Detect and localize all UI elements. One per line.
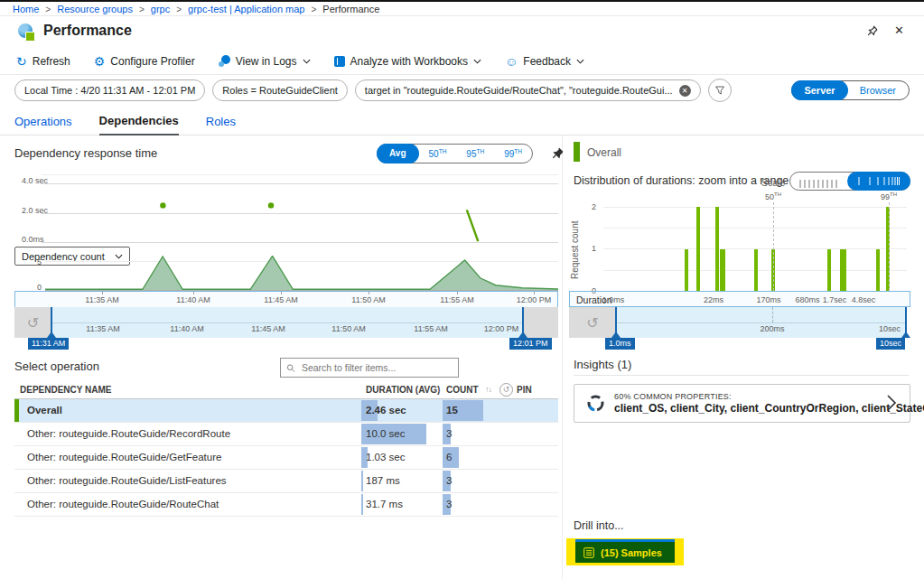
- chevron-down-icon: [473, 59, 481, 64]
- search-input[interactable]: [300, 361, 453, 374]
- count-value: 6: [446, 452, 452, 462]
- column-header-dependency-name[interactable]: DEPENDENCY NAME: [20, 385, 112, 395]
- count-value: 3: [446, 475, 452, 486]
- brush-unselected-range[interactable]: [524, 307, 558, 338]
- refresh-icon: ↻: [16, 55, 27, 68]
- workbook-icon: [334, 56, 345, 67]
- table-header-row: DEPENDENCY NAME DURATION (AVG) ↑↓ COUNT …: [14, 382, 558, 399]
- chevron-down-icon: [576, 59, 584, 64]
- breadcrumb-application-map[interactable]: grpc-test | Application map: [188, 4, 304, 14]
- logs-icon: [219, 55, 230, 67]
- configure-profiler-button[interactable]: ⚙ Configure Profiler: [94, 55, 195, 68]
- gear-icon: ⚙: [94, 55, 106, 68]
- linear-scale-icon[interactable]: [798, 176, 838, 192]
- insights-heading: Insights (1): [574, 358, 631, 371]
- brush-axis-line: [616, 322, 907, 323]
- dependency-name: Other: routeguide.RouteGuide/ListFeature…: [27, 475, 227, 486]
- breadcrumb-current-page: Performance: [322, 4, 379, 14]
- time-axis-tick-label: 11:50 AM: [351, 295, 385, 304]
- time-axis-tick-label: 11:40 AM: [176, 295, 210, 304]
- roles-filter-pill[interactable]: Roles = RouteGuideClient: [212, 79, 348, 101]
- chevron-down-icon: [303, 59, 311, 64]
- samples-list-icon: [583, 547, 594, 558]
- insight-donut-icon: [586, 394, 605, 413]
- samples-button-highlight: (15) Samples: [566, 538, 684, 565]
- pin-blade-icon[interactable]: [866, 24, 879, 41]
- percentile-99th[interactable]: 99TH: [494, 148, 532, 159]
- close-blade-icon[interactable]: ✕: [894, 23, 904, 37]
- brush-reset-button[interactable]: ↺: [569, 307, 616, 338]
- add-filter-button[interactable]: [708, 79, 732, 102]
- brush-end-handle-marker[interactable]: [901, 332, 910, 338]
- column-header-duration[interactable]: DURATION (AVG): [366, 385, 440, 395]
- duration-axis-tick-label: 1.0ms: [602, 295, 625, 304]
- panel-divider: [562, 135, 563, 579]
- tab-roles[interactable]: Roles: [206, 115, 236, 135]
- sort-duration-icon[interactable]: ↑↓: [434, 385, 440, 394]
- duration-value: 31.7 ms: [366, 499, 403, 509]
- tab-dependencies[interactable]: Dependencies: [99, 114, 179, 135]
- log-scale-icon[interactable]: [847, 172, 910, 191]
- tab-operations[interactable]: Operations: [14, 115, 72, 135]
- percentile-95th[interactable]: 95TH: [456, 148, 494, 159]
- brush-selected-range[interactable]: 200ms 10sec: [616, 307, 907, 338]
- table-row-listfeatures[interactable]: Other: routeguide.RouteGuide/ListFeature…: [14, 470, 558, 493]
- duration-axis-tick-label: 680ms: [795, 295, 819, 304]
- dependency-count-chart: 5 0: [14, 256, 558, 291]
- target-filter-pill[interactable]: target in "routeguide.RouteGuide/RouteCh…: [355, 79, 701, 101]
- browser-toggle-option[interactable]: Browser: [847, 81, 909, 99]
- dependency-name: Other: routeguide.RouteGuide/RecordRoute: [27, 428, 230, 439]
- remove-filter-icon[interactable]: ✕: [679, 85, 691, 97]
- axis-tick-mark: [457, 292, 458, 294]
- column-header-pin: PIN: [517, 385, 532, 395]
- server-toggle-option[interactable]: Server: [791, 80, 847, 100]
- breadcrumb-home[interactable]: Home: [13, 4, 39, 14]
- dependency-count-area: [45, 256, 558, 290]
- histogram-bar: [840, 249, 846, 292]
- view-in-logs-button[interactable]: View in Logs: [219, 55, 311, 68]
- table-row-routechat[interactable]: Other: routeguide.RouteGuide/RouteChat 3…: [14, 493, 558, 517]
- scale-label: Scale: [761, 177, 785, 188]
- pin-chart-icon[interactable]: [551, 146, 565, 163]
- time-range-filter-label: Local Time : 4/20 11:31 AM - 12:01 PM: [24, 85, 195, 96]
- dependency-name: Overall: [27, 405, 62, 416]
- column-header-count[interactable]: COUNT: [446, 385, 479, 395]
- response-time-chart-title: Dependency response time: [14, 146, 157, 160]
- brush-selected-range[interactable]: 11:35 AM11:40 AM11:45 AM11:50 AM11:55 AM…: [51, 307, 525, 338]
- breadcrumb-grpc[interactable]: grpc: [151, 4, 170, 14]
- table-row-getfeature[interactable]: Other: routeguide.RouteGuide/GetFeature …: [14, 446, 558, 470]
- percentile-avg[interactable]: Avg: [377, 144, 419, 163]
- duration-histogram: Request count 2 1 0 Duration 1.0ms22ms17…: [569, 193, 910, 307]
- duration-axis-tick-label: 22ms: [704, 295, 723, 304]
- axis-tick-mark: [369, 292, 369, 294]
- scatter-point: [268, 202, 274, 208]
- brush-tick-label: 11:55 AM: [414, 324, 447, 333]
- dependency-name: Other: routeguide.RouteGuide/RouteChat: [27, 499, 219, 509]
- percentile-50th[interactable]: 50TH: [419, 148, 457, 159]
- breadcrumb-separator: >: [176, 5, 182, 14]
- histogram-bar: [696, 207, 700, 291]
- histogram-plot-area[interactable]: [603, 207, 907, 291]
- brush-start-handle-marker[interactable]: [47, 332, 56, 338]
- brush-end-badge: 12:01 PM: [509, 338, 552, 350]
- brush-tick-label: 11:45 AM: [251, 324, 285, 333]
- sort-count-icon[interactable]: ↑↓: [485, 385, 491, 394]
- brush-reset-button[interactable]: ↺: [14, 307, 51, 338]
- breadcrumb-separator: >: [139, 5, 145, 14]
- brush-end-handle-marker[interactable]: [518, 332, 527, 338]
- brush-start-handle-marker[interactable]: [611, 332, 621, 338]
- table-row-overall[interactable]: Overall 2.46 sec 15: [14, 399, 558, 423]
- breadcrumb-resource-groups[interactable]: Resource groups: [57, 4, 133, 14]
- insight-card[interactable]: 60% COMMON PROPERTIES: client_OS, client…: [574, 384, 910, 423]
- breadcrumb-separator: >: [45, 5, 51, 14]
- time-range-filter-pill[interactable]: Local Time : 4/20 11:31 AM - 12:01 PM: [14, 79, 205, 101]
- table-row-recordroute[interactable]: Other: routeguide.RouteGuide/RecordRoute…: [14, 423, 558, 446]
- samples-button[interactable]: (15) Samples: [575, 542, 675, 563]
- response-time-chart: 4.0 sec 2.0 sec 0.0ms: [14, 172, 558, 244]
- distribution-title: Distribution of durations: zoom into a r…: [574, 174, 789, 187]
- histogram-bar: [876, 249, 880, 292]
- refresh-button[interactable]: ↻ Refresh: [16, 55, 70, 68]
- feedback-button[interactable]: ☺ Feedback: [505, 55, 584, 68]
- reset-selection-icon[interactable]: ↺: [499, 383, 513, 397]
- analyze-with-workbooks-button[interactable]: Analyze with Workbooks: [334, 55, 482, 68]
